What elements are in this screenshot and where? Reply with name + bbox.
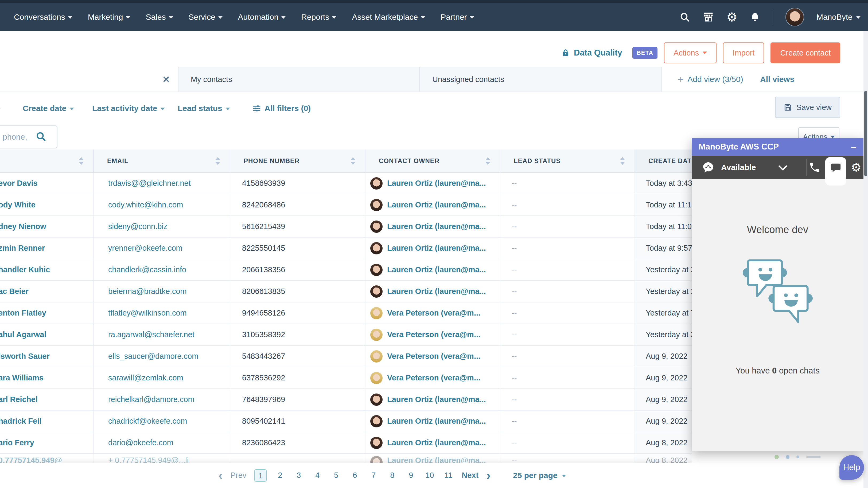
scrollbar-thumb[interactable] [864,91,867,176]
page-button-11[interactable]: 11 [443,471,454,480]
tab-unassigned-contacts[interactable]: Unassigned contacts [420,67,662,92]
marketplace-icon[interactable] [702,11,714,23]
sort-icon[interactable] [79,157,84,165]
contact-email-link[interactable]: trdavis@@gleichner.net [108,179,191,188]
contact-name-link[interactable]: dney Nienow [0,222,46,231]
contact-email-link[interactable]: ra.agarwal@schaefer.net [108,330,194,339]
page-button-10[interactable]: 10 [424,471,435,480]
next-page-button[interactable]: Next [462,471,478,480]
owner-link[interactable]: Lauren Ortiz (lauren@ma... [387,265,486,274]
page-button-6[interactable]: 6 [349,471,360,480]
contact-name-link[interactable]: evor Davis [0,179,38,188]
help-button[interactable]: Help [839,455,864,480]
contact-email-link[interactable]: tflatley@wilkinson.com [108,308,187,317]
import-button[interactable]: Import [723,42,764,63]
contact-name-link[interactable]: enton Flatley [0,308,46,317]
contact-email-link[interactable]: dario@okeefe.com [108,438,174,447]
search-icon[interactable] [35,131,46,143]
contact-name-link[interactable]: ara Williams [0,373,43,382]
owner-link[interactable]: Lauren Ortiz (lauren@ma... [387,179,486,188]
filter-lead-status[interactable]: Lead status [178,104,230,113]
column-header-name[interactable] [0,150,94,172]
page-button-7[interactable]: 7 [368,471,379,480]
search-icon[interactable] [679,12,690,23]
contact-email-link[interactable]: sideny@conn.biz [108,222,167,231]
notifications-bell-icon[interactable] [750,12,760,23]
page-button-5[interactable]: 5 [331,471,341,480]
user-avatar[interactable] [785,8,804,26]
page-button-8[interactable]: 8 [387,471,398,480]
all-filters-link[interactable]: All filters (0) [252,104,311,113]
contact-email-link[interactable]: + 0.77757145.949@...li [108,456,189,463]
contact-name-link[interactable]: 0.77757145.949@ [0,456,62,463]
page-button-3[interactable]: 3 [293,471,304,480]
chat-tab-selected[interactable] [825,157,846,186]
nav-item-reports[interactable]: Reports [301,12,336,22]
save-view-button[interactable]: Save view [775,97,840,118]
nav-item-sales[interactable]: Sales [146,12,173,22]
contact-name-link[interactable]: handler Kuhic [0,265,50,274]
all-views-link[interactable]: All views [760,67,794,92]
sort-icon[interactable] [215,157,220,165]
page-button-9[interactable]: 9 [406,471,416,480]
prev-page-button[interactable]: Prev [230,471,247,480]
page-button-1[interactable]: 1 [254,469,267,482]
settings-gear-icon[interactable]: ⚙ [726,11,737,23]
nav-item-marketing[interactable]: Marketing [88,12,130,22]
phone-tab-icon[interactable] [809,162,820,174]
actions-dropdown-button[interactable]: Actions [664,42,716,63]
data-quality-link[interactable]: Data Quality [561,48,622,58]
contact-name-link[interactable]: lsworth Sauer [0,352,50,361]
contact-email-link[interactable]: ells_saucer@damore.com [108,352,198,361]
ccp-settings-gear-icon[interactable]: ⚙ [851,156,861,179]
page-scrollbar[interactable] [864,31,868,488]
contact-name-link[interactable]: ac Beier [0,287,29,296]
sort-icon[interactable] [620,157,625,165]
nav-item-asset-marketplace[interactable]: Asset Marketplace [352,12,425,22]
owner-link[interactable]: Lauren Ortiz (lauren@ma... [387,287,486,296]
column-header-contact-owner[interactable]: CONTACT OWNER [366,150,500,172]
sort-icon[interactable] [350,157,355,165]
page-button-2[interactable]: 2 [275,471,285,480]
add-view-link[interactable]: + Add view (3/50) [678,67,743,92]
chevron-right-icon[interactable]: › [487,469,491,481]
per-page-selector[interactable]: 25 per page [513,463,566,488]
owner-link[interactable]: Lauren Ortiz (lauren@ma... [387,222,486,231]
close-icon[interactable]: ✕ [162,74,170,85]
column-header-lead-status[interactable]: LEAD STATUS [500,150,635,172]
contact-email-link[interactable]: sarawill@zemlak.com [108,373,183,382]
contact-email-link[interactable]: reichelkarl@damore.com [108,395,194,404]
column-header-email[interactable]: EMAIL [94,150,230,172]
contact-name-link[interactable]: zmin Renner [0,244,45,253]
filter-create-date[interactable]: Create date [23,104,74,113]
contact-name-link[interactable]: ario Ferry [0,438,34,447]
contact-name-link[interactable]: arl Reichel [0,395,38,404]
contact-name-link[interactable]: hadrick Feil [0,417,41,426]
page-button-4[interactable]: 4 [312,471,323,480]
agent-status[interactable]: Available [721,156,756,179]
contact-name-link[interactable]: ody White [0,200,35,209]
nav-item-conversations[interactable]: Conversations [14,12,72,22]
column-header-phone[interactable]: PHONE NUMBER [230,150,366,172]
sort-icon[interactable] [486,157,490,165]
nav-item-automation[interactable]: Automation [238,12,286,22]
active-view-tab[interactable]: ✕ [0,67,179,92]
contact-email-link[interactable]: beierma@bradtke.com [108,287,187,296]
create-contact-button[interactable]: Create contact [771,42,840,63]
contact-email-link[interactable]: chadrickf@okeefe.com [108,417,187,426]
owner-link[interactable]: Lauren Ortiz (lauren@ma... [387,417,486,426]
owner-link[interactable]: Lauren Ortiz (lauren@ma... [387,200,486,209]
minimize-icon[interactable]: – [850,143,857,150]
nav-item-service[interactable]: Service [189,12,222,22]
owner-link[interactable]: Lauren Ortiz (lauren@ma... [387,438,486,447]
owner-link[interactable]: Lauren Ortiz (lauren@ma... [387,244,486,253]
owner-link[interactable]: Vera Peterson (vera@m... [387,373,480,382]
contact-name-link[interactable]: ahul Agarwal [0,330,46,339]
owner-link[interactable]: Lauren Ortiz (lauren@ma... [387,456,486,463]
nav-item-partner[interactable]: Partner [440,12,474,22]
contact-email-link[interactable]: yrenner@okeefe.com [108,244,183,253]
owner-link[interactable]: Vera Peterson (vera@m... [387,352,480,361]
chevron-left-icon[interactable]: ‹ [219,469,222,481]
filter-last-activity-date[interactable]: Last activity date [92,104,165,113]
status-chevron-down-icon[interactable] [777,162,789,175]
